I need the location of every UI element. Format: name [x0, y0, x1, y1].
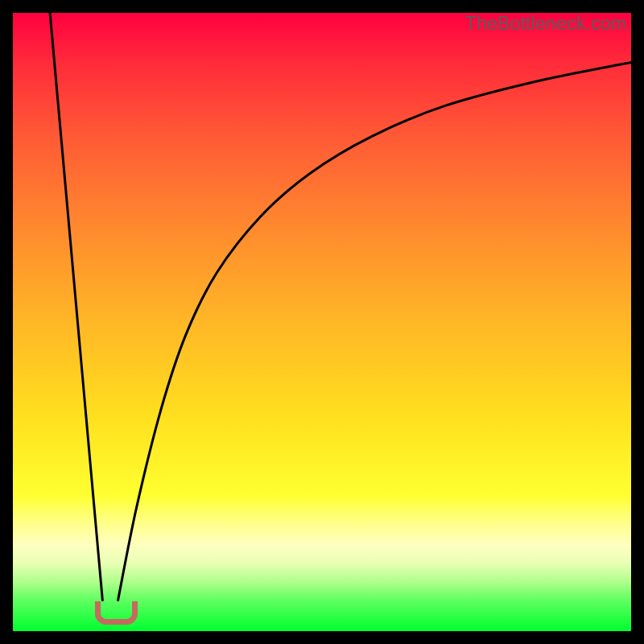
left-branch-path — [50, 13, 102, 601]
right-branch-path — [118, 62, 631, 600]
min-marker — [95, 601, 137, 625]
curve-layer — [13, 13, 631, 631]
chart-frame: TheBottleneck.com — [0, 0, 644, 644]
plot-area: TheBottleneck.com — [13, 13, 631, 631]
